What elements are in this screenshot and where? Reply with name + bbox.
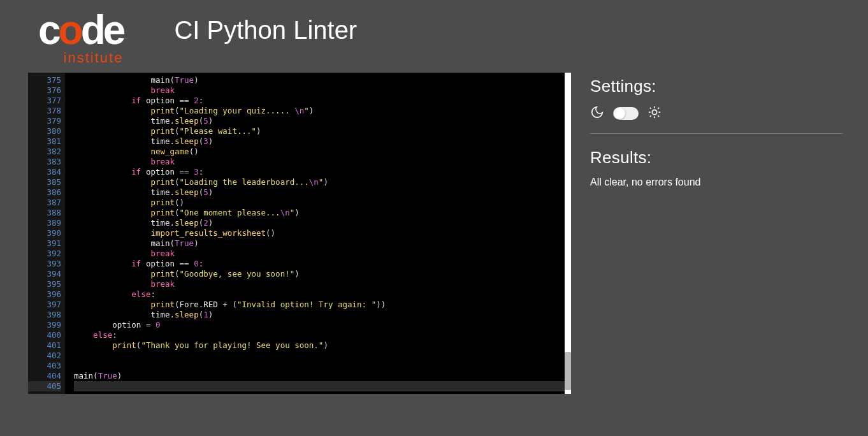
code-line[interactable] xyxy=(74,381,571,391)
code-line[interactable] xyxy=(74,351,571,361)
code-line[interactable]: break xyxy=(74,249,571,259)
code-line[interactable]: time.sleep(2) xyxy=(74,218,571,228)
sidebar: Settings: Results: All clear, no errors … xyxy=(590,73,868,394)
code-line[interactable]: print("One moment please...\n") xyxy=(74,208,571,218)
gutter-line: 393 xyxy=(28,259,61,269)
code-line[interactable]: time.sleep(1) xyxy=(74,310,571,320)
code-line[interactable]: main(True) xyxy=(74,238,571,249)
theme-toggle-knob xyxy=(614,108,625,119)
code-line[interactable]: print("Loading your quiz..... \n") xyxy=(74,106,571,116)
code-line[interactable]: time.sleep(3) xyxy=(74,136,571,147)
code-editor[interactable]: 3753763773783793803813823833843853863873… xyxy=(28,73,571,394)
gutter-line: 386 xyxy=(28,187,61,198)
gutter-line: 397 xyxy=(28,300,61,310)
gutter-line: 380 xyxy=(28,126,61,136)
code-line[interactable]: main(True) xyxy=(74,371,571,381)
gutter-line: 392 xyxy=(28,249,61,259)
code-line[interactable]: option = 0 xyxy=(74,320,571,330)
gutter-line: 405 xyxy=(28,381,61,391)
gutter-line: 398 xyxy=(28,310,61,320)
code-line[interactable]: print("Goodbye, see you soon!") xyxy=(74,269,571,279)
code-line[interactable]: time.sleep(5) xyxy=(74,116,571,126)
editor-code-area[interactable]: main(True) break if option == 2: print("… xyxy=(65,73,571,394)
header: code institute CI Python Linter xyxy=(0,0,868,73)
code-line[interactable]: break xyxy=(74,157,571,167)
code-line[interactable]: else: xyxy=(74,289,571,300)
gutter-line: 388 xyxy=(28,208,61,218)
code-line[interactable]: import_results_worksheet() xyxy=(74,228,571,238)
moon-icon xyxy=(590,105,604,122)
gutter-line: 395 xyxy=(28,279,61,289)
gutter-line: 375 xyxy=(28,75,61,85)
sun-icon xyxy=(647,105,662,122)
gutter-line: 391 xyxy=(28,238,61,249)
gutter-line: 382 xyxy=(28,147,61,157)
gutter-line: 379 xyxy=(28,116,61,126)
gutter-line: 387 xyxy=(28,198,61,208)
svg-line-8 xyxy=(658,108,659,109)
gutter-line: 377 xyxy=(28,96,61,106)
editor-gutter: 3753763773783793803813823833843853863873… xyxy=(28,73,65,394)
editor-scrollbar-track[interactable] xyxy=(565,73,571,394)
results-text: All clear, no errors found xyxy=(590,177,843,188)
gutter-line: 404 xyxy=(28,371,61,381)
code-line[interactable]: if option == 2: xyxy=(74,96,571,106)
svg-line-4 xyxy=(658,116,659,117)
code-line[interactable]: print("Please wait...") xyxy=(74,126,571,136)
gutter-line: 384 xyxy=(28,167,61,177)
page-title: CI Python Linter xyxy=(174,16,357,45)
gutter-line: 378 xyxy=(28,106,61,116)
code-line[interactable]: print() xyxy=(74,198,571,208)
logo-wordmark: code xyxy=(38,13,123,47)
code-line[interactable]: print("Thank you for playing! See you so… xyxy=(74,340,571,351)
code-line[interactable]: if option == 3: xyxy=(74,167,571,177)
gutter-line: 403 xyxy=(28,361,61,371)
editor-scrollbar-thumb[interactable] xyxy=(565,352,571,390)
code-line[interactable]: main(True) xyxy=(74,75,571,85)
main-body: 3753763773783793803813823833843853863873… xyxy=(0,73,868,394)
code-line[interactable]: break xyxy=(74,85,571,96)
gutter-line: 394 xyxy=(28,269,61,279)
code-line[interactable]: break xyxy=(74,279,571,289)
svg-line-7 xyxy=(650,116,651,117)
code-line[interactable]: print(Fore.RED + ("Invalid option! Try a… xyxy=(74,300,571,310)
results-section: Results: All clear, no errors found xyxy=(590,148,843,188)
code-line[interactable]: new_game() xyxy=(74,147,571,157)
gutter-line: 385 xyxy=(28,177,61,187)
logo-letters-de: de xyxy=(81,7,124,53)
results-heading: Results: xyxy=(590,148,843,168)
settings-heading: Settings: xyxy=(590,76,843,96)
code-line[interactable]: else: xyxy=(74,330,571,340)
gutter-line: 396 xyxy=(28,289,61,300)
code-line[interactable] xyxy=(74,361,571,371)
gutter-line: 399 xyxy=(28,320,61,330)
logo-subtext: institute xyxy=(64,50,124,66)
gutter-line: 402 xyxy=(28,351,61,361)
gutter-line: 389 xyxy=(28,218,61,228)
svg-point-0 xyxy=(652,110,656,115)
gutter-line: 376 xyxy=(28,85,61,96)
code-line[interactable]: time.sleep(5) xyxy=(74,187,571,198)
logo-letter-c: c xyxy=(38,7,59,53)
logo-letter-o: o xyxy=(59,7,81,53)
code-line[interactable]: if option == 0: xyxy=(74,259,571,269)
gutter-line: 400 xyxy=(28,330,61,340)
svg-line-3 xyxy=(650,108,651,109)
logo: code institute xyxy=(38,13,123,66)
gutter-line: 383 xyxy=(28,157,61,167)
code-line[interactable]: print("Loading the leaderboard...\n") xyxy=(74,177,571,187)
gutter-line: 390 xyxy=(28,228,61,238)
theme-toggle[interactable] xyxy=(613,107,639,120)
gutter-line: 381 xyxy=(28,136,61,147)
gutter-line: 401 xyxy=(28,340,61,351)
theme-settings-row xyxy=(590,105,843,134)
